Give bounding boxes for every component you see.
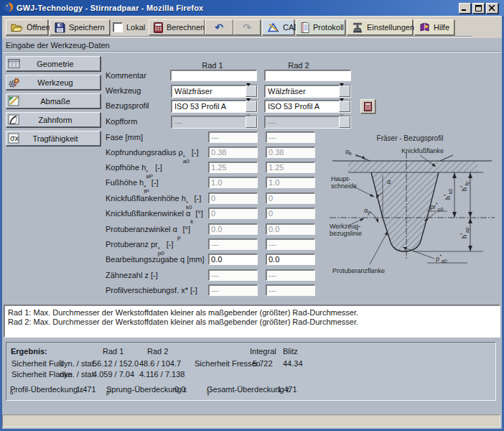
chevron-down-icon[interactable] [246,85,257,97]
gesamt-ueberdeckung-label: Gesamt-Überdeckung εγ: [207,385,210,396]
chevron-down-icon[interactable] [339,101,350,112]
results-col-rad1: Rad 1 [103,347,123,356]
tolerance-icon [6,96,21,106]
results-panel: Ergebnis: Rad 1 Rad 2 Integral Blitz Sic… [6,342,496,401]
kopfhoehe-input-rad2 [266,162,315,173]
status-bar [2,414,500,427]
results-heading: Ergebnis: [11,347,47,356]
werkzeug-select-rad1[interactable]: Wälzfräser [171,85,258,98]
sidebar-item-geometrie[interactable]: Geometrie [6,56,101,71]
result-fressen-integral: 5.722 [253,359,273,368]
lokal-checkbox[interactable] [113,22,123,32]
undo-button[interactable]: ↶ [205,19,233,35]
hauptschneide-label-1: Haupt- [331,175,350,182]
floppy-disk-icon [55,22,65,33]
chevron-down-icon[interactable] [246,101,257,112]
sidebar-item-label: Zahnform [21,116,90,124]
label-kopfform: Kopfform [106,116,137,127]
label-zaehnezahl: Zähnezahl z [-] [106,270,158,281]
result-fuss-rad1: 56.12 / 152.0 [93,359,139,368]
tooth-profile-icon [6,114,21,125]
kopfrundungsradius-input-rad1 [208,147,258,158]
protocol-button-label: Protokoll [313,23,344,32]
label-kommentar: Kommentar [106,70,146,81]
cad-button[interactable]: CAD [262,19,294,35]
maximize-button[interactable] [472,3,485,14]
protuberanz-input-rad1 [208,238,258,250]
calculate-button[interactable]: Berechnen [149,19,205,35]
gesamt-ueberdeckung-value: 1.471 [277,385,297,394]
kopfrundungsradius-input-rad2 [266,147,315,158]
minimize-button[interactable] [459,3,471,14]
close-button[interactable] [486,3,498,14]
sidebar-item-zahnform[interactable]: Zahnform [6,112,101,127]
fase-input-rad2 [266,131,315,143]
protuberanz-input-rad2 [266,238,315,250]
toolbar-separator [6,36,472,37]
alpha-label: α [387,178,391,185]
redo-icon: ↷ [243,22,251,32]
werkzeug-select-rad2[interactable]: Wälzfräser [264,85,351,98]
svg-text:σx: σx [10,134,19,142]
help-button[interactable]: Hilfe [414,19,454,35]
result-row-name: Sicherheit Fuß [11,359,63,368]
fusshoehe-input-rad1 [208,177,258,188]
warning-message-box: Rad 1: Max. Durchmesser der Werkstoffdat… [4,305,500,338]
application-window: GWJ-Technology - Stirnradpaar - Mozilla … [0,0,504,431]
label-protuberanz: Protuberanz pr*p0 [-] [106,239,174,256]
label-profilverschiebungsfaktor: Profilverschiebungsf. x* [-] [106,285,197,296]
label-werkzeug: Werkzeug [106,85,141,96]
window-title: GWJ-Technology - Stirnradpaar - Mozilla … [17,4,203,12]
zaehnezahl-input-rad2 [266,269,315,281]
kommentar-input-rad1[interactable] [170,70,257,81]
fusshoehe-input-rad2 [266,177,315,188]
knickfussflanke-label: Knickfußflanke [401,147,444,154]
gears-icon [6,77,21,88]
results-col-integral: Integral [250,347,276,356]
grid-icon [6,58,21,69]
chevron-down-icon [246,116,257,128]
header-separator [3,51,501,52]
diagram-title: Fräser - Bezugsprofil [377,134,444,142]
protocol-button[interactable]: Protokoll [296,19,345,35]
label-fase: Fase [mm] [106,132,143,143]
hob-reference-profile-diagram: Fräser - Bezugsprofil [327,132,499,276]
redo-button[interactable]: ↷ [233,19,261,35]
lokal-checkbox-group: Lokal [113,19,145,35]
open-button[interactable]: Öffnen [6,19,48,35]
warning-message-rad1: Rad 1: Max. Durchmesser der Werkstoffdat… [8,308,358,317]
sidebar-item-label: Abmaße [21,97,90,106]
firefox-icon [4,2,14,14]
toolbar: Öffnen Speichern Lokal [2,16,502,38]
lokal-label: Lokal [126,23,145,32]
bezugsprofil-select-rad1[interactable]: ISO 53 Profil A [171,100,258,113]
help-button-label: Hilfe [434,23,449,32]
h-k0-dimension-label: h*k0 [443,189,453,200]
label-knickfussflankenhoehe: Knickfußflankenhöhe h*k0 [-] [106,193,201,210]
sidebar-item-abmasse[interactable]: Abmaße [6,93,101,108]
sidebar-item-label: Werkzeug [21,78,90,87]
kopfhoehe-input-rad1 [208,162,258,173]
settings-button[interactable]: Einstellungen [347,19,413,35]
sprung-ueberdeckung-label: Sprung-Überdeckung εβ: [106,385,110,396]
label-kopfhoehe: Kopfhöhe h*aP [-] [106,162,162,179]
chevron-down-icon[interactable] [339,85,350,97]
sidebar-item-werkzeug[interactable]: Werkzeug [6,75,101,90]
title-bar[interactable]: GWJ-Technology - Stirnradpaar - Mozilla … [0,0,504,16]
alpha-k-label: αk [345,148,352,156]
calculator-icon [364,102,372,111]
result-fuss-rad2: 48.6 / 104.7 [139,359,181,368]
protuberanzwinkel-input-rad2 [266,223,315,235]
press-icon [352,22,363,33]
bearbeitungszugabe-input-rad1[interactable] [208,254,258,265]
sidebar-item-tragfaehigkeit[interactable]: σx Tragfähigkeit [6,131,101,146]
profil-ueberdeckung-value: 1.471 [76,385,96,394]
column-header-rad2: Rad 2 [274,61,324,70]
save-button[interactable]: Speichern [50,19,110,35]
bezugsprofil-calculator-button[interactable] [360,99,375,113]
bezugsprofil-select-rad2[interactable]: ISO 53 Profil A [264,100,351,113]
kommentar-input-rad2[interactable] [264,70,351,81]
result-fressen-name: Sicherheit Fressen [195,359,261,368]
calculate-button-label: Berechnen [167,23,205,32]
bearbeitungszugabe-input-rad2[interactable] [266,254,315,265]
